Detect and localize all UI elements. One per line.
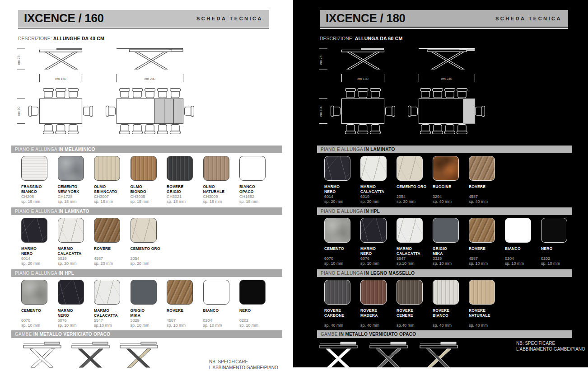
material-card: MARMO CALACATTA5547sp.10 mm (397, 218, 433, 266)
panel-ixcence-160: IXCENCE / 160 SCHEDA TECNICA DESCRIZIONE… (0, 0, 293, 371)
material-name: ROVERE (94, 246, 131, 256)
material-swatch (58, 280, 84, 305)
material-thickness: sp. 20 mm (131, 261, 167, 266)
material-swatch (397, 218, 423, 243)
material-card: MARMO CALACATTA5547sp.10 mm (94, 280, 131, 328)
material-swatch (167, 156, 193, 181)
note-text: NB: SPECIFICAREL'ABBINAMENTO GAMBE/PIANO (516, 340, 585, 352)
material-code: 4587 (167, 318, 203, 323)
material-card: ROVERE BIANCOsp. 40 mm (433, 280, 469, 328)
material-name: ROVERE GRIGIO (167, 184, 203, 194)
material-name: CEMENTO (21, 308, 58, 318)
leg-diagram (117, 341, 160, 369)
section-header: PIANO E ALLUNGA IN HPL (11, 269, 282, 277)
material-name: CEMENTO ORO (397, 184, 433, 194)
material-code: 4587 (469, 256, 505, 261)
material-code: CH208 (21, 194, 58, 199)
material-swatch (397, 156, 423, 181)
section-hpl: PIANO E ALLUNGA IN HPL CEMENTO6070sp. 10… (317, 207, 572, 266)
material-card: NERO0202sp. 10 mm (541, 218, 577, 266)
material-card: MARMO NERO6014sp. 20 mm (324, 156, 360, 204)
material-swatch (324, 156, 350, 181)
material-card: CEMENTO NEW YORKCH1728sp. 18 mm (58, 156, 94, 204)
material-thickness: sp. 18 mm (167, 199, 203, 204)
material-name: MARMO CALACATTA (94, 308, 131, 318)
material-card: ROVERE MADERAsp. 40 mm (360, 280, 397, 328)
material-card: ROVERE4587sp. 40 mm (469, 156, 505, 204)
material-code: 0202 (541, 256, 577, 261)
material-thickness: sp. 20 mm (397, 199, 433, 204)
material-swatch (239, 280, 266, 305)
material-name: MARMO NERO (360, 246, 397, 256)
material-card: RUGGINE3294sp. 40 mm (433, 156, 469, 204)
material-swatch (360, 156, 387, 181)
page-title: IXCENCE / 160 (18, 11, 104, 25)
svg-text:cm 90: cm 90 (17, 107, 21, 116)
section-header: PIANO E ALLUNGA IN LAMINATO (11, 207, 282, 215)
material-name: OLMO NATURALE (203, 184, 240, 194)
material-name: NERO (239, 308, 276, 318)
material-swatch (433, 280, 459, 305)
material-code (397, 318, 433, 323)
material-code: 5547 (94, 318, 131, 323)
svg-text:cm 100: cm 100 (319, 106, 323, 117)
material-swatch (203, 156, 229, 181)
material-swatch (469, 218, 495, 243)
page-title: IXCENCE / 180 (320, 11, 406, 25)
svg-text:cm 75: cm 75 (17, 56, 21, 65)
material-name: MARMO CALACATTA (360, 184, 397, 194)
material-code (433, 318, 469, 323)
dimension-diagram: cm 75 cm 160 cm 280 cm 90 (14, 43, 203, 139)
material-code: 2054 (131, 256, 167, 261)
header-rule (18, 28, 269, 29)
material-card: NERO0202sp. 10 mm (239, 280, 276, 328)
material-name: ROVERE MADERA (360, 308, 397, 318)
material-card: MARMO NERO6014sp. 20 mm (21, 218, 58, 266)
material-code: 6076 (360, 256, 397, 261)
material-thickness: sp. 40 mm (469, 199, 505, 204)
material-thickness: sp. 10 mm (505, 261, 541, 266)
material-thickness: sp.10 mm (94, 323, 131, 328)
material-name: BIANCO (203, 308, 240, 318)
material-card: OLMO BIONDOCH3005sp. 18 mm (131, 156, 167, 204)
material-name: ROVERE (167, 308, 203, 318)
material-thickness: sp. 20 mm (58, 261, 94, 266)
material-name: MARMO CALACATTA (58, 246, 94, 256)
note-text: NB: SPECIFICAREL'ABBINAMENTO GAMBE/PIANO (209, 359, 278, 371)
section-header: PIANO E ALLUNGA IN MELAMINICO (11, 146, 282, 153)
section-laminato: PIANO E ALLUNGA IN LAMINATO MARMO NERO60… (11, 207, 282, 266)
material-thickness: sp. 40 mm (433, 199, 469, 204)
material-card: MARMO NERO6076sp. 10 mm (58, 280, 94, 328)
leg-option: ORO E GRAFITE (417, 341, 460, 371)
header-rule (320, 28, 568, 29)
material-code: CH3007 (94, 194, 131, 199)
material-name: CEMENTO ORO (131, 246, 167, 256)
material-swatch (541, 218, 567, 243)
material-card: ROVERE4587sp. 20 mm (94, 218, 131, 266)
material-thickness: sp. 10 mm (360, 261, 397, 266)
material-name: OLMO SBIANCATO (94, 184, 131, 194)
material-swatch (21, 156, 47, 181)
material-swatch (203, 280, 229, 305)
material-card: BIANCO OPACOCH1652sp. 18 mm (239, 156, 276, 204)
material-card: OLMO NATURALECH3009sp. 18 mm (203, 156, 240, 204)
material-name: ROVERE (469, 184, 505, 194)
material-card: ROVERE GRIGIOCH3021sp. 18 mm (167, 156, 203, 204)
svg-text:cm 180: cm 180 (357, 77, 369, 81)
section-header: GAMBE IN METALLO VERNICIATO OPACO (11, 330, 282, 338)
material-thickness: sp. 20 mm (360, 199, 397, 204)
svg-text:cm 280: cm 280 (145, 77, 156, 81)
leg-option: BIANCO (21, 341, 64, 371)
material-swatch (94, 218, 120, 243)
description-label: DESCRIZIONE: (18, 36, 52, 41)
scheda-tecnica-label: SCHEDA TECNICA (495, 16, 568, 21)
material-swatch (360, 218, 387, 243)
material-swatch (21, 280, 47, 305)
material-thickness: sp. 10 mm (541, 261, 577, 266)
material-name: BIANCO (505, 246, 541, 256)
material-thickness: sp.40 mm (397, 323, 433, 328)
material-swatch (397, 280, 423, 305)
material-thickness: sp.10 mm (397, 261, 433, 266)
material-code: CH1728 (58, 194, 94, 199)
leg-option: BIANCO (317, 341, 360, 371)
